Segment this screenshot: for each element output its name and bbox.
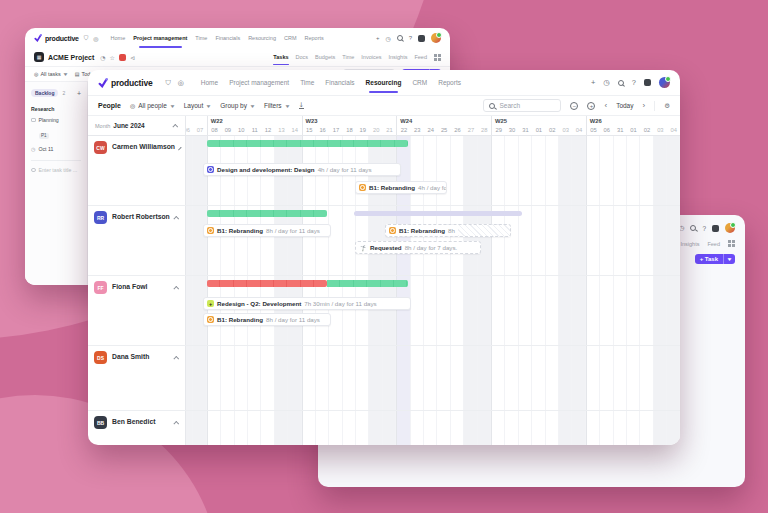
today-button[interactable]: Today [616, 102, 633, 109]
notifications-icon[interactable]: ⛉ [84, 34, 89, 42]
overbooked-capacity-bar[interactable] [207, 280, 328, 287]
tab-tasks[interactable]: Tasks [273, 54, 288, 60]
search-icon[interactable] [397, 35, 403, 41]
nav-home[interactable]: Home [201, 79, 218, 86]
nav-crm[interactable]: CRM [412, 79, 427, 86]
filters-dropdown[interactable]: Filters▼ [264, 102, 290, 109]
collapse-icon[interactable] [173, 286, 179, 292]
page-title: People [98, 102, 121, 109]
booking-card[interactable]: B1: Rebranding8h / day for 11 days [203, 224, 331, 237]
month-selector[interactable]: Month June 2024 [88, 116, 186, 135]
tab-docs[interactable]: Docs [296, 54, 309, 60]
person-cell[interactable]: CW Carmen Williamson [88, 136, 186, 205]
views-grid-icon[interactable] [434, 54, 441, 61]
notifications-icon[interactable]: ⛉ [165, 79, 170, 87]
nav-resourcing[interactable]: Resourcing [366, 79, 402, 86]
search-icon[interactable] [690, 225, 696, 231]
day-cell: 12 [261, 127, 274, 133]
tab-feed[interactable]: Feed [707, 241, 720, 247]
nav-financials[interactable]: Financials [325, 79, 354, 86]
avatar: DS [94, 351, 107, 364]
help-icon[interactable]: ? [702, 225, 706, 232]
collapse-icon[interactable] [173, 216, 179, 222]
layout-dropdown[interactable]: Layout▼ [184, 102, 211, 109]
zoom-in-icon[interactable]: + [587, 102, 595, 110]
share-icon[interactable]: ⊲ [130, 54, 135, 61]
checkbox-icon[interactable] [31, 118, 36, 123]
capacity-bar[interactable] [327, 280, 407, 287]
group-by-dropdown[interactable]: Group by▼ [220, 102, 255, 109]
time-off-request-card[interactable]: Requested8h / day for 7 days. [355, 241, 481, 254]
settings-gear-icon[interactable]: ⚙ [664, 102, 670, 110]
back-nav-financials[interactable]: Financials [215, 35, 240, 41]
day-cell: 18 [343, 127, 356, 133]
prev-period-icon[interactable]: ‹ [604, 101, 607, 110]
search-input[interactable]: Search [483, 99, 561, 112]
back-nav-project-management[interactable]: Project management [133, 35, 187, 41]
back-nav-resourcing[interactable]: Resourcing [248, 35, 276, 41]
tab-feed[interactable]: Feed [414, 54, 427, 60]
all-people-dropdown[interactable]: ◎All people▼ [130, 102, 175, 109]
collapse-icon[interactable] [178, 147, 182, 151]
person-cell[interactable]: FF Fiona Fowl [88, 276, 186, 345]
person-cell[interactable]: RR Robert Robertson [88, 206, 186, 275]
tentative-capacity-bar[interactable] [354, 211, 522, 216]
capacity-bar[interactable] [207, 140, 408, 147]
zoom-out-icon[interactable]: − [570, 102, 578, 110]
help-icon[interactable]: ? [632, 78, 636, 87]
status-circle-icon[interactable]: ◎ [93, 35, 98, 42]
back-nav-reports[interactable]: Reports [305, 35, 324, 41]
add-task-button[interactable]: + Task▼ [695, 254, 735, 264]
tentative-booking-card[interactable]: B1: Rebranding8h [385, 224, 511, 237]
avatar[interactable] [431, 33, 441, 43]
status-circle-icon[interactable]: ◎ [178, 79, 184, 87]
inbox-icon[interactable] [418, 35, 425, 42]
day-cell: 10 [235, 127, 248, 133]
add-icon[interactable]: + [376, 35, 380, 41]
inbox-icon[interactable] [644, 79, 651, 86]
person-cell[interactable]: DS Dana Smith [88, 346, 186, 410]
add-icon[interactable]: + [591, 78, 595, 87]
collapse-icon[interactable] [172, 123, 178, 129]
nav-project-management[interactable]: Project management [229, 79, 289, 86]
timer-icon[interactable]: ◷ [603, 78, 610, 87]
add-column-task-icon[interactable]: + [77, 90, 81, 97]
booking-card[interactable]: + Redesign - Q2: Development7h 30min / d… [203, 297, 411, 310]
views-grid-icon[interactable] [728, 240, 735, 247]
task-item[interactable]: Planning [31, 117, 81, 123]
avatar[interactable] [725, 223, 735, 233]
nav-reports[interactable]: Reports [438, 79, 461, 86]
booking-card[interactable]: B1: Rebranding4h / day for 7 [355, 181, 447, 194]
new-task-placeholder[interactable]: Enter task title ... [31, 167, 81, 173]
person-row: RR Robert Robertson B1: Rebranding8h / d… [88, 206, 680, 276]
help-icon[interactable]: ? [409, 35, 412, 41]
capacity-bar[interactable] [207, 210, 328, 217]
back-nav-home[interactable]: Home [111, 35, 126, 41]
avatar[interactable] [659, 77, 670, 88]
tab-insights[interactable]: Insights [680, 241, 699, 247]
back-nav-time[interactable]: Time [195, 35, 207, 41]
main-topbar: productive ⛉ ◎ Home Project management T… [88, 70, 680, 95]
person-cell[interactable]: BB Ben Benedict [88, 411, 186, 445]
timer-icon[interactable]: ◷ [385, 35, 390, 42]
search-icon[interactable] [618, 80, 624, 86]
tab-time[interactable]: Time [342, 54, 354, 60]
tab-invoices[interactable]: Invoices [361, 54, 381, 60]
all-tasks-dropdown[interactable]: ◎All tasks▼ [34, 71, 68, 77]
watch-icon[interactable]: ◔ [100, 54, 105, 61]
collapse-icon[interactable] [173, 356, 179, 362]
inbox-icon[interactable] [712, 225, 719, 232]
tab-insights[interactable]: Insights [388, 54, 407, 60]
download-icon[interactable]: ↓ [299, 102, 304, 110]
backlog-pill[interactable]: Backlog [31, 89, 58, 97]
budget-alert-icon[interactable] [119, 54, 126, 61]
booking-card[interactable]: B1: Rebranding8h / day for 11 days [203, 313, 331, 326]
collapse-icon[interactable] [173, 421, 179, 427]
person-row: CW Carmen Williamson Design and developm… [88, 136, 680, 206]
nav-time[interactable]: Time [300, 79, 314, 86]
tab-budgets[interactable]: Budgets [315, 54, 335, 60]
back-nav-crm[interactable]: CRM [284, 35, 297, 41]
star-icon[interactable]: ☆ [110, 54, 115, 61]
next-period-icon[interactable]: › [643, 101, 646, 110]
booking-card[interactable]: Design and development: Design4h / day f… [203, 163, 401, 176]
